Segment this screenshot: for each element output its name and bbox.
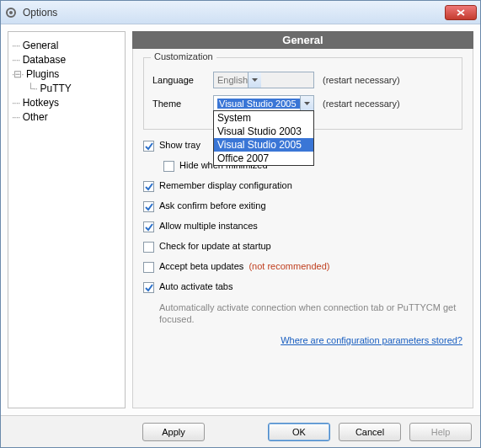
- allow-multi-checkbox[interactable]: [143, 221, 154, 232]
- ok-button[interactable]: OK: [268, 423, 330, 441]
- allow-multi-label: Allow multiple instances: [159, 221, 462, 231]
- tree-item-plugins[interactable]: ·⊟· Plugins: [12, 67, 121, 82]
- config-storage-link[interactable]: Where are configuration parameters store…: [143, 335, 462, 345]
- remember-checkbox[interactable]: [143, 181, 154, 192]
- tree-item-general[interactable]: ···· General: [12, 39, 121, 53]
- tree-item-other[interactable]: ···· Other: [12, 110, 121, 125]
- chevron-down-icon: [248, 72, 261, 88]
- nav-tree[interactable]: ···· General ···· Database ·⊟· Plugins └…: [8, 31, 126, 408]
- chevron-down-icon: [300, 96, 313, 111]
- accept-beta-label: Accept beta updates (not recommended): [159, 261, 462, 271]
- theme-combo[interactable]: Visual Studio 2005: [213, 95, 314, 112]
- ask-confirm-row[interactable]: Ask confirm before exiting: [143, 200, 462, 212]
- theme-option[interactable]: System: [214, 111, 313, 125]
- ask-confirm-label: Ask confirm before exiting: [159, 200, 462, 211]
- hide-minimized-checkbox[interactable]: [163, 161, 174, 172]
- theme-option[interactable]: Visual Studio 2003: [214, 125, 313, 138]
- apply-button[interactable]: Apply: [142, 423, 205, 441]
- remember-label: Remember display configuration: [159, 180, 462, 190]
- show-tray-checkbox[interactable]: [143, 141, 154, 152]
- language-value: English: [217, 75, 248, 85]
- general-pane: Customization Language English (restart …: [132, 49, 473, 408]
- app-icon: [4, 6, 18, 19]
- theme-value: Visual Studio 2005: [217, 99, 300, 109]
- main-panel: General Customization Language English (…: [132, 31, 473, 408]
- tree-item-hotkeys[interactable]: ···· Hotkeys: [12, 96, 121, 110]
- accept-beta-warn: (not recommended): [249, 261, 329, 271]
- theme-option[interactable]: Office 2007: [214, 152, 313, 165]
- customization-group: Customization Language English (restart …: [143, 57, 462, 130]
- check-update-row[interactable]: Check for update at startup: [143, 241, 462, 253]
- theme-label: Theme: [152, 99, 205, 109]
- bottom-bar: Apply OK Cancel Help: [1, 415, 480, 447]
- section-header: General: [132, 31, 473, 49]
- accept-beta-row[interactable]: Accept beta updates (not recommended): [143, 261, 462, 273]
- language-combo[interactable]: English: [213, 72, 314, 88]
- options-window: Options ···· General ···· Database ·⊟· P…: [0, 0, 481, 448]
- theme-dropdown[interactable]: System Visual Studio 2003 Visual Studio …: [213, 110, 314, 166]
- help-button[interactable]: Help: [409, 423, 472, 441]
- window-title: Options: [23, 7, 445, 19]
- allow-multi-row[interactable]: Allow multiple instances: [143, 221, 462, 232]
- check-update-checkbox[interactable]: [143, 242, 154, 253]
- tree-item-database[interactable]: ···· Database: [12, 53, 121, 67]
- auto-activate-label: Auto activate tabs: [159, 281, 462, 291]
- theme-option[interactable]: Visual Studio 2005: [214, 138, 313, 152]
- auto-activate-desc: Automatically activate connection when c…: [159, 301, 462, 325]
- language-hint: (restart necessary): [323, 75, 400, 85]
- accept-beta-checkbox[interactable]: [143, 262, 154, 273]
- theme-hint: (restart necessary): [323, 99, 400, 109]
- close-button[interactable]: [445, 5, 477, 20]
- titlebar[interactable]: Options: [1, 1, 480, 24]
- tree-item-putty[interactable]: └·· PuTTY: [12, 82, 121, 96]
- cancel-button[interactable]: Cancel: [339, 423, 401, 441]
- theme-row: Theme Visual Studio 2005 (restart necess…: [152, 95, 453, 112]
- group-title: Customization: [151, 51, 216, 61]
- language-label: Language: [152, 75, 205, 85]
- auto-activate-checkbox[interactable]: [143, 282, 154, 293]
- language-row: Language English (restart necessary): [152, 72, 453, 88]
- auto-activate-row[interactable]: Auto activate tabs: [143, 281, 462, 293]
- remember-row[interactable]: Remember display configuration: [143, 180, 462, 192]
- svg-point-1: [9, 11, 13, 14]
- content: ···· General ···· Database ·⊟· Plugins └…: [1, 24, 480, 415]
- check-update-label: Check for update at startup: [159, 241, 462, 251]
- ask-confirm-checkbox[interactable]: [143, 201, 154, 212]
